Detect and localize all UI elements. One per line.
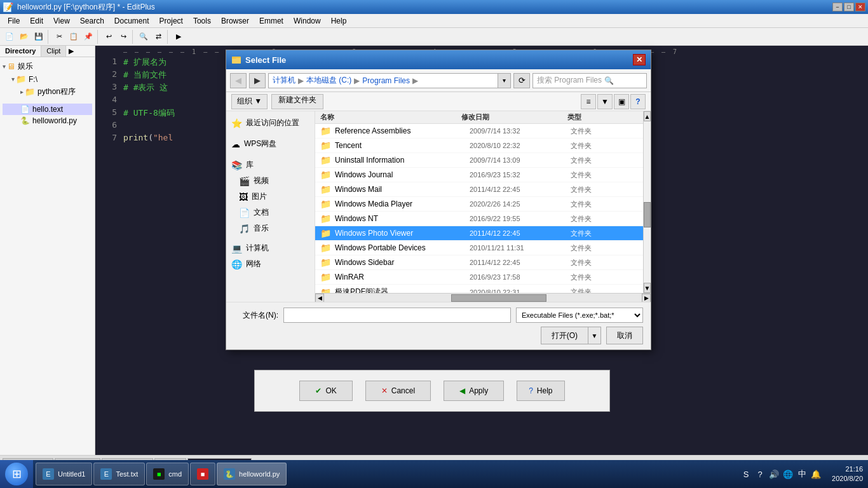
dialog-vscrollbar[interactable]: ▲ ▼ bbox=[643, 111, 651, 293]
menu-project[interactable]: Project bbox=[154, 15, 188, 27]
dir-item-helloworld[interactable]: 🐍 helloworld.py bbox=[3, 115, 92, 126]
hscroll-left[interactable]: ◀ bbox=[315, 294, 324, 302]
menu-tools[interactable]: Tools bbox=[188, 15, 216, 27]
file-row[interactable]: 📁 极速PDF阅读器 2020/8/10 22:31 文件夹 bbox=[315, 285, 643, 293]
file-row[interactable]: 📁 WinRAR 2016/9/23 17:58 文件夹 bbox=[315, 270, 643, 285]
new-folder-button[interactable]: 新建文件夹 bbox=[271, 94, 323, 109]
tb-paste[interactable]: 📌 bbox=[81, 30, 95, 44]
sidebar-music[interactable]: 🎵 音乐 bbox=[226, 220, 315, 236]
panel-tab-arrow[interactable]: ▶ bbox=[66, 46, 76, 57]
menu-emmet[interactable]: Emmet bbox=[254, 15, 288, 27]
file-row[interactable]: 📁 Windows Mail 2011/4/12 22:45 文件夹 bbox=[315, 182, 643, 197]
menu-browser[interactable]: Browser bbox=[216, 15, 254, 27]
taskbar-item-red[interactable]: ■ bbox=[190, 463, 215, 485]
tray-icon-question[interactable]: ? bbox=[754, 468, 766, 480]
breadcrumb-folder[interactable]: Program Files bbox=[362, 76, 410, 85]
breadcrumb-dropdown[interactable]: ▾ bbox=[498, 73, 511, 88]
help-action-button[interactable]: ? Help bbox=[517, 381, 564, 401]
file-row[interactable]: 📁 Reference Assemblies 2009/7/14 13:32 文… bbox=[315, 124, 643, 139]
tab-directory[interactable]: Directory bbox=[0, 46, 41, 57]
breadcrumb-bar[interactable]: 计算机 ▶ 本地磁盘 (C:) ▶ Program Files ▶ bbox=[268, 73, 498, 88]
file-row[interactable]: 📁 Windows Sidebar 2011/4/12 22:45 文件夹 bbox=[315, 255, 643, 270]
menu-window[interactable]: Window bbox=[288, 15, 326, 27]
taskbar-item-helloworld[interactable]: 🐍 helloworld.py bbox=[217, 463, 287, 485]
filename-input[interactable] bbox=[283, 308, 511, 323]
breadcrumb-drive[interactable]: 本地磁盘 (C:) bbox=[306, 75, 351, 86]
tb-copy[interactable]: 📋 bbox=[67, 30, 81, 44]
tb-run[interactable]: ▶ bbox=[172, 30, 186, 44]
tb-save[interactable]: 💾 bbox=[32, 30, 46, 44]
tb-undo[interactable]: ↩ bbox=[102, 30, 116, 44]
sidebar-wps[interactable]: ☁ WPS网盘 bbox=[226, 136, 315, 152]
tb-new[interactable]: 📄 bbox=[3, 30, 17, 44]
refresh-button[interactable]: ⟳ bbox=[513, 73, 530, 88]
minimize-button[interactable]: − bbox=[832, 3, 843, 11]
menu-search[interactable]: Search bbox=[75, 15, 109, 27]
dialog-cancel-button[interactable]: ✕ Cancel bbox=[365, 381, 431, 401]
start-button[interactable]: ⊞ bbox=[0, 460, 33, 488]
tb-cut[interactable]: ✂ bbox=[52, 30, 66, 44]
menu-help[interactable]: Help bbox=[326, 15, 352, 27]
file-row[interactable]: 📁 Tencent 2020/8/10 22:32 文件夹 bbox=[315, 139, 643, 153]
header-date[interactable]: 修改日期 bbox=[461, 112, 567, 122]
file-row[interactable]: 📁 Windows NT 2016/9/22 19:55 文件夹 bbox=[315, 212, 643, 226]
file-row[interactable]: 📁 Uninstall Information 2009/7/14 13:09 … bbox=[315, 153, 643, 168]
open-btn-arrow[interactable]: ▼ bbox=[588, 327, 601, 344]
dir-item-python[interactable]: ▸ 📁 python程序 bbox=[3, 85, 92, 98]
sidebar-video[interactable]: 🎬 视频 bbox=[226, 173, 315, 189]
tray-icon-notify[interactable]: 🔔 bbox=[810, 468, 822, 480]
hscroll-right[interactable]: ▶ bbox=[642, 294, 651, 302]
dir-item-hellotext[interactable]: 📄 hello.text bbox=[3, 104, 92, 115]
file-row[interactable]: 📁 Windows Photo Viewer 2011/4/12 22:45 文… bbox=[315, 226, 643, 241]
menu-document[interactable]: Document bbox=[109, 15, 154, 27]
scroll-down-arrow[interactable]: ▼ bbox=[644, 283, 651, 293]
cancel-button[interactable]: 取消 bbox=[606, 327, 643, 344]
menu-edit[interactable]: Edit bbox=[25, 15, 48, 27]
file-row[interactable]: 📁 Windows Journal 2016/9/23 15:32 文件夹 bbox=[315, 168, 643, 182]
sidebar-docs[interactable]: 📄 文档 bbox=[226, 205, 315, 220]
tab-clipt[interactable]: Clipt bbox=[41, 46, 66, 57]
organize-button[interactable]: 组织 ▼ bbox=[231, 94, 268, 109]
sidebar-computer[interactable]: 💻 计算机 bbox=[226, 240, 315, 256]
open-button[interactable]: 打开(O) bbox=[541, 327, 588, 344]
clock[interactable]: 21:16 2020/8/20 bbox=[827, 464, 868, 484]
ok-button[interactable]: ✔ OK bbox=[299, 381, 352, 401]
apply-button[interactable]: ◀ Apply bbox=[444, 381, 504, 401]
hscroll-thumb[interactable] bbox=[451, 294, 546, 302]
dialog-close-button[interactable]: ✕ bbox=[633, 54, 646, 65]
tray-icon-ime[interactable]: 中 bbox=[796, 468, 808, 480]
tb-replace[interactable]: ⇄ bbox=[151, 30, 165, 44]
taskbar-item-editplus2[interactable]: E Test.txt bbox=[93, 463, 145, 485]
tray-icon-sound[interactable]: 🔊 bbox=[768, 468, 780, 480]
header-type[interactable]: 类型 bbox=[567, 112, 638, 122]
maximize-button[interactable]: □ bbox=[844, 3, 854, 11]
scroll-up-arrow[interactable]: ▲ bbox=[644, 111, 651, 121]
view-pane-button[interactable]: ▣ bbox=[614, 94, 629, 109]
scroll-thumb[interactable] bbox=[644, 202, 651, 227]
dialog-hscrollbar[interactable]: ◀ ▶ bbox=[315, 293, 651, 302]
sidebar-recent[interactable]: ⭐ 最近访问的位置 bbox=[226, 115, 315, 131]
menu-file[interactable]: File bbox=[3, 15, 25, 27]
sidebar-library[interactable]: 📚 库 bbox=[226, 157, 315, 173]
file-row[interactable]: 📁 Windows Portable Devices 2010/11/21 11… bbox=[315, 241, 643, 255]
view-list-button[interactable]: ≡ bbox=[581, 94, 596, 109]
tb-find[interactable]: 🔍 bbox=[137, 30, 151, 44]
sidebar-pictures[interactable]: 🖼 图片 bbox=[226, 189, 315, 205]
breadcrumb-computer[interactable]: 计算机 bbox=[273, 75, 295, 86]
menu-view[interactable]: View bbox=[48, 15, 75, 27]
dir-item-f[interactable]: ▾ 📁 F:\ bbox=[3, 73, 92, 85]
dialog-help-button[interactable]: ? bbox=[630, 94, 646, 109]
taskbar-item-editplus1[interactable]: E Untitled1 bbox=[36, 463, 92, 485]
filetype-select[interactable]: Executable Files (*.exe;*.bat;* bbox=[516, 308, 643, 323]
sidebar-network[interactable]: 🌐 网络 bbox=[226, 256, 315, 272]
tb-open[interactable]: 📂 bbox=[17, 30, 31, 44]
nav-forward-button[interactable]: ▶ bbox=[249, 73, 266, 88]
nav-back-button[interactable]: ◀ bbox=[230, 73, 247, 88]
tray-icon-s[interactable]: S bbox=[740, 468, 752, 480]
header-name[interactable]: 名称 bbox=[320, 112, 461, 122]
taskbar-item-cmd[interactable]: ■ cmd bbox=[146, 463, 189, 485]
file-row[interactable]: 📁 Windows Media Player 2020/2/26 14:25 文… bbox=[315, 197, 643, 212]
view-arrow-button[interactable]: ▼ bbox=[597, 94, 613, 109]
tb-redo[interactable]: ↪ bbox=[116, 30, 130, 44]
search-box[interactable]: 搜索 Program Files 🔍 bbox=[532, 73, 647, 88]
